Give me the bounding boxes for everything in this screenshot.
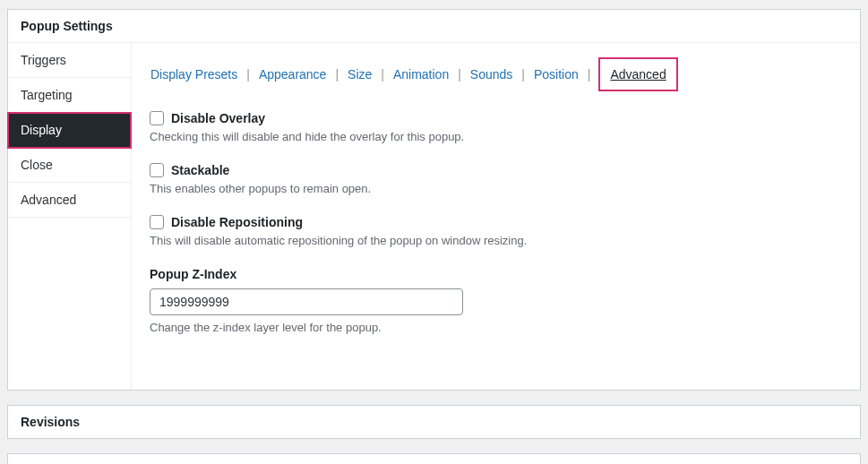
- htab-size[interactable]: Size: [347, 65, 373, 83]
- setting-stackable: Stackable This enables other popups to r…: [150, 163, 842, 195]
- popup-settings-header: Popup Settings: [8, 10, 860, 43]
- htab-display-presets[interactable]: Display Presets: [150, 65, 238, 83]
- vtab-display[interactable]: Display: [8, 113, 131, 148]
- stackable-checkbox[interactable]: [150, 163, 164, 177]
- disable-overlay-checkbox[interactable]: [150, 111, 164, 125]
- settings-body: Triggers Targeting Display Close Advance…: [8, 43, 860, 390]
- setting-zindex: Popup Z-Index Change the z-index layer l…: [150, 267, 842, 334]
- htab-animation[interactable]: Animation: [392, 65, 450, 83]
- htab-advanced-highlight: Advanced: [598, 57, 677, 91]
- zindex-input[interactable]: [150, 288, 463, 315]
- zindex-desc: Change the z-index layer level for the p…: [150, 321, 842, 334]
- settings-content: Display Presets|Appearance|Size|Animatio…: [132, 43, 860, 390]
- htab-sounds[interactable]: Sounds: [469, 65, 513, 83]
- vertical-tabs: Triggers Targeting Display Close Advance…: [8, 43, 132, 390]
- vtab-advanced[interactable]: Advanced: [8, 183, 131, 218]
- htab-advanced[interactable]: Advanced: [609, 65, 666, 83]
- stackable-label: Stackable: [171, 163, 229, 177]
- disable-repositioning-desc: This will disable automatic repositionin…: [150, 234, 842, 247]
- popup-settings-panel: Popup Settings Triggers Targeting Displa…: [7, 9, 861, 391]
- revisions-header: Revisions: [8, 406, 860, 438]
- setting-disable-overlay: Disable Overlay Checking this will disab…: [150, 111, 842, 143]
- disable-overlay-desc: Checking this will disable and hide the …: [150, 130, 842, 143]
- revisions-panel: Revisions: [7, 405, 861, 439]
- horizontal-tabs: Display Presets|Appearance|Size|Animatio…: [150, 57, 842, 91]
- disable-repositioning-checkbox[interactable]: [150, 215, 164, 229]
- vtab-targeting[interactable]: Targeting: [8, 78, 131, 113]
- disable-repositioning-label: Disable Repositioning: [171, 215, 303, 229]
- zindex-label: Popup Z-Index: [150, 267, 842, 281]
- stackable-desc: This enables other popups to remain open…: [150, 182, 842, 195]
- author-header: Author: [8, 454, 860, 464]
- setting-disable-repositioning: Disable Repositioning This will disable …: [150, 215, 842, 247]
- vtab-close[interactable]: Close: [8, 148, 131, 183]
- author-panel: Author: [7, 453, 861, 464]
- disable-overlay-label: Disable Overlay: [171, 111, 265, 125]
- vtab-triggers[interactable]: Triggers: [8, 43, 131, 78]
- htab-position[interactable]: Position: [533, 65, 580, 83]
- htab-appearance[interactable]: Appearance: [258, 65, 328, 83]
